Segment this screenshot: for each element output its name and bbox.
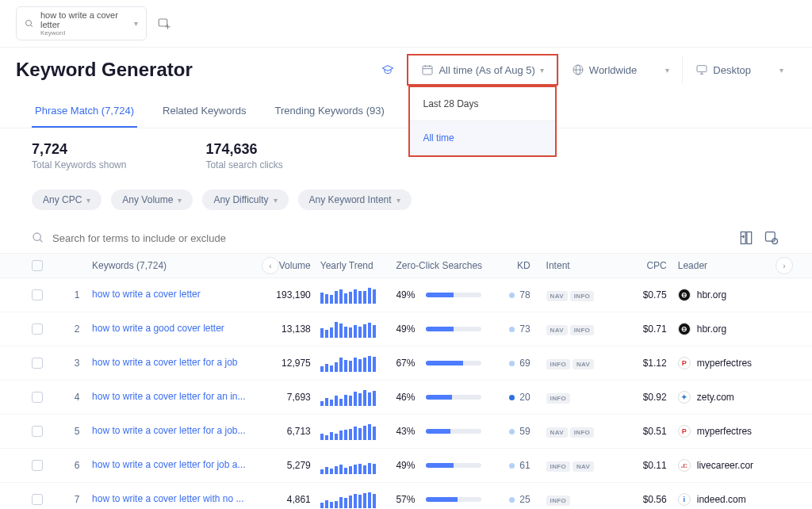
favicon: i (678, 493, 691, 506)
academy-button[interactable] (369, 55, 407, 84)
col-header-trend[interactable]: Yearly Trend (311, 260, 387, 271)
intent-cell: NAVINFO (538, 289, 615, 301)
svg-rect-19 (766, 232, 776, 242)
zero-click-bar (426, 463, 481, 468)
trend-sparkline (320, 423, 387, 440)
volume-value: 6,713 (258, 426, 311, 437)
kd-dot (509, 395, 515, 400)
volume-value: 193,190 (258, 289, 311, 300)
leader-domain[interactable]: zety.com (697, 392, 734, 403)
keyword-link[interactable]: how to write a cover letter with no ... (92, 493, 243, 504)
keyword-link[interactable]: how to write a cover letter for job a... (92, 459, 245, 470)
row-number: 3 (62, 358, 92, 369)
filter-bar: Any CPC▾Any Volume▾Any Difficulty▾Any Ke… (0, 183, 812, 223)
leader-domain[interactable]: myperfectres (697, 358, 752, 369)
svg-point-0 (26, 20, 32, 25)
date-dropdown-menu: Last 28 Days All time (408, 86, 556, 157)
volume-value: 5,279 (258, 460, 311, 471)
col-header-intent[interactable]: Intent (538, 260, 615, 271)
settings-button[interactable] (763, 229, 780, 247)
table-row: 5how to write a cover letter for a job..… (0, 415, 812, 449)
favicon: P (678, 425, 691, 438)
svg-line-1 (31, 25, 33, 27)
col-header-cpc[interactable]: CPC (614, 260, 667, 271)
keyword-link[interactable]: how to write a cover letter (92, 289, 201, 300)
intent-badge: NAV (546, 325, 568, 335)
keyword-link[interactable]: how to write a cover letter for a job (92, 357, 237, 368)
intent-badge: NAV (546, 427, 568, 438)
cpc-value: $0.11 (614, 460, 667, 471)
tab[interactable]: Trending Keywords (93) (272, 95, 388, 128)
leader-domain[interactable]: hbr.org (697, 289, 726, 300)
keyword-link[interactable]: how to write a good cover letter (92, 323, 224, 334)
chevron-down-icon: ▾ (540, 66, 544, 75)
cpc-value: $1.12 (614, 358, 667, 369)
filter-chip[interactable]: Any Difficulty▾ (202, 189, 288, 210)
region-label: Worldwide (589, 64, 637, 76)
svg-point-15 (33, 233, 40, 240)
add-tab-button[interactable] (156, 16, 172, 32)
col-header-zero-click[interactable]: Zero-Click Searches (386, 260, 485, 271)
row-number: 4 (62, 392, 92, 403)
table-row: 2how to write a good cover letter13,1384… (0, 312, 812, 346)
table-search-input[interactable] (52, 232, 730, 244)
dropdown-option-last28[interactable]: Last 28 Days (410, 87, 554, 121)
col-header-leader[interactable]: Leader (667, 260, 780, 271)
scroll-left-button[interactable]: ‹ (262, 257, 279, 274)
row-checkbox[interactable] (32, 426, 43, 437)
zero-click-pct: 43% (396, 426, 419, 437)
zero-click-bar (426, 395, 481, 400)
col-header-keywords[interactable]: Keywords (7,724) (92, 260, 258, 271)
stat-total-keywords: 7,724 (32, 141, 126, 158)
intent-cell: INFONAV (538, 358, 615, 369)
row-checkbox[interactable] (32, 323, 43, 335)
table-row: 4how to write a cover letter for an in..… (0, 381, 812, 415)
svg-rect-12 (697, 66, 707, 72)
row-checkbox[interactable] (32, 289, 43, 300)
keyword-search-box[interactable]: how to write a cover letter Keyword ▾ (16, 6, 147, 40)
intent-cell: NAVINFO (538, 323, 615, 335)
intent-cell: INFONAV (538, 460, 615, 472)
page-title: Keyword Generator (16, 59, 193, 81)
leader-domain[interactable]: hbr.org (697, 323, 726, 335)
filter-chip[interactable]: Any Volume▾ (111, 189, 193, 210)
chevron-down-icon: ▾ (665, 66, 669, 75)
leader-domain[interactable]: indeed.com (697, 494, 746, 505)
export-button[interactable] (737, 229, 755, 247)
intent-badge: INFO (570, 325, 594, 335)
svg-rect-18 (747, 232, 752, 244)
row-checkbox[interactable] (32, 494, 43, 505)
row-checkbox[interactable] (32, 460, 43, 471)
favicon: ⊖ (678, 289, 691, 301)
keyword-link[interactable]: how to write a cover letter for an in... (92, 391, 245, 402)
tab[interactable]: Related Keywords (159, 95, 250, 128)
region-selector[interactable]: Worldwide ▾ (558, 55, 682, 84)
kd-dot (509, 327, 515, 332)
table-row: 3how to write a cover letter for a job12… (0, 346, 812, 381)
col-header-kd[interactable]: KD (485, 260, 538, 271)
date-range-selector[interactable]: All time (As of Aug 5) ▾ Last 28 Days Al… (407, 54, 557, 86)
filter-chip[interactable]: Any Keyword Intent▾ (298, 189, 412, 210)
scroll-right-button[interactable]: › (776, 257, 793, 274)
row-checkbox[interactable] (32, 392, 43, 403)
kd-value: 61 (485, 460, 538, 471)
calendar-icon (421, 63, 434, 76)
zero-click-bar (426, 497, 481, 502)
row-number: 6 (62, 460, 92, 471)
leader-domain[interactable]: myperfectres (697, 426, 752, 437)
zero-click-bar (426, 327, 481, 331)
zero-click-pct: 57% (396, 494, 419, 505)
kd-value: 69 (485, 358, 538, 369)
leader-domain[interactable]: livecareer.cor (697, 460, 753, 471)
cpc-value: $0.56 (614, 494, 667, 505)
chevron-down-icon: ▾ (779, 66, 783, 75)
device-selector[interactable]: Desktop ▾ (682, 55, 796, 84)
dropdown-option-alltime[interactable]: All time (410, 121, 554, 155)
select-all-checkbox[interactable] (32, 260, 43, 271)
favicon: .ı: (678, 459, 691, 472)
globe-icon (572, 63, 584, 76)
filter-chip[interactable]: Any CPC▾ (32, 189, 102, 210)
tab[interactable]: Phrase Match (7,724) (32, 95, 137, 128)
keyword-link[interactable]: how to write a cover letter for a job... (92, 425, 245, 436)
row-checkbox[interactable] (32, 358, 43, 369)
